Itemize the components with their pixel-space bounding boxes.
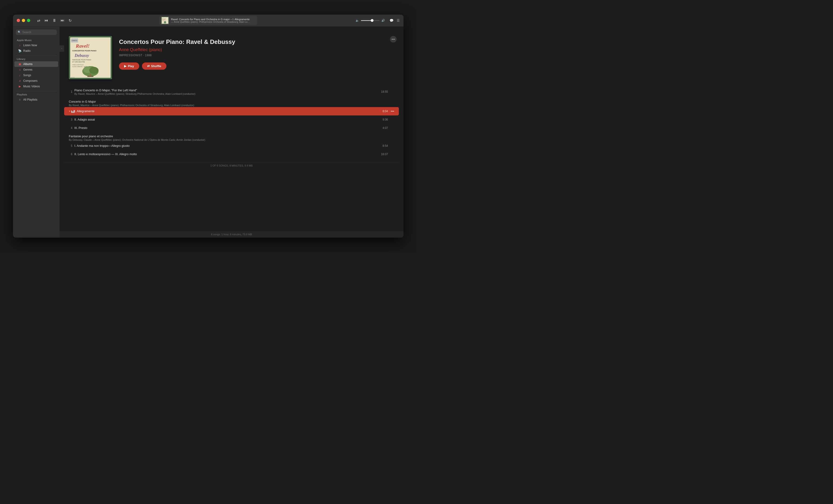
shuffle-button[interactable]: ⇄ Shuffle xyxy=(142,62,166,70)
track-info: II. Lento e moltoespressivo — III. Alleg… xyxy=(74,152,377,156)
track-title: Piano Concerto in D Major, "For the Left… xyxy=(74,89,377,92)
shuffle-icon: ⇄ xyxy=(147,64,150,68)
volume-fill xyxy=(361,20,372,21)
sidebar-item-albums[interactable]: ▣ Albums xyxy=(15,61,58,67)
track-item-andante[interactable]: 5 I. Andante ma non troppo—Allegro giust… xyxy=(64,142,399,150)
track-item-allegramente[interactable]: ♥ I. Allegramente 8:04 xyxy=(64,107,399,116)
equalizer-icon xyxy=(71,110,74,113)
search-input[interactable] xyxy=(22,31,55,34)
album-header: CRATO Ravel! CONCERTOS POUR PIANO Debuss… xyxy=(60,27,404,86)
track-info: I. Allegramente xyxy=(74,109,379,113)
svg-text:CRATO: CRATO xyxy=(72,40,77,41)
composers-icon: ♬ xyxy=(18,79,21,82)
svg-rect-20 xyxy=(87,76,93,77)
fantaisie-header: Fantaisie pour piano et orchestre By Deb… xyxy=(64,132,399,142)
track-title: II. Lento e moltoespressivo — III. Alleg… xyxy=(74,152,377,156)
sidebar-divider-1 xyxy=(16,55,57,56)
sidebar-item-songs-label: Songs xyxy=(23,74,31,77)
concerto-g-artist: By Ravel, Maurice – Anne Queffélec (pian… xyxy=(69,104,394,107)
track-duration: 16:07 xyxy=(381,153,388,156)
svg-point-4 xyxy=(164,21,166,23)
transport-controls: ⇄ ⏮ ⏸ ⏭ ↻ xyxy=(37,18,72,23)
album-info: Concertos Pour Piano: Ravel & Debussy An… xyxy=(119,36,394,70)
track-item[interactable]: 1 Piano Concerto in D Major, "For the Le… xyxy=(64,86,399,98)
track-group-3: Fantaisie pour piano et orchestre By Deb… xyxy=(64,132,399,158)
track-more-button[interactable]: ••• xyxy=(391,109,394,113)
queue-button[interactable]: ☰ xyxy=(397,19,400,22)
track-title: II. Adagio assai xyxy=(74,118,379,121)
album-actions: ▶ Play ⇄ Shuffle xyxy=(119,62,394,70)
track-playing-indicator: ♥ xyxy=(69,110,74,113)
shuffle-button[interactable]: ⇄ xyxy=(37,18,40,23)
next-button[interactable]: ⏭ xyxy=(61,18,64,23)
sidebar-item-listen-now-label: Listen Now xyxy=(23,44,37,47)
search-box[interactable]: 🔍 xyxy=(16,29,57,35)
sidebar-item-albums-label: Albums xyxy=(23,62,32,66)
track-info: Piano Concerto in D Major, "For the Left… xyxy=(74,89,377,95)
pause-button[interactable]: ⏸ xyxy=(52,18,56,23)
sidebar-item-all-playlists[interactable]: ≡ All Playlists xyxy=(15,97,58,102)
titlebar: ⇄ ⏮ ⏸ ⏭ ↻ Ravel! Debussy Ravel: Conc xyxy=(13,15,404,27)
svg-text:FANTAISIE POUR PIANO: FANTAISIE POUR PIANO xyxy=(72,59,91,60)
track-artist: By Ravel, Maurice – Anne Queffélec (pian… xyxy=(74,93,377,95)
sidebar: 🔍 Apple Music ♪ Listen Now 📡 Radio Libra… xyxy=(13,27,60,237)
track-item-adagio[interactable]: 3 II. Adagio assai 9:36 ••• xyxy=(64,116,399,124)
svg-text:Ravel!: Ravel! xyxy=(75,43,90,49)
track-duration: 9:36 xyxy=(383,118,388,121)
radio-icon: 📡 xyxy=(18,49,21,52)
sidebar-item-radio[interactable]: 📡 Radio xyxy=(15,48,58,54)
album-artist[interactable]: Anne Queffélec (piano) xyxy=(119,47,394,52)
volume-knob[interactable] xyxy=(371,19,374,22)
sidebar-item-music-videos[interactable]: ▶ Music Videos xyxy=(15,84,58,89)
track-number: 1 xyxy=(69,90,74,93)
app-window: ⇄ ⏮ ⏸ ⏭ ↻ Ravel! Debussy Ravel: Conc xyxy=(13,15,404,237)
traffic-lights xyxy=(17,19,30,22)
track-group-2: Concerto in G Major By Ravel, Maurice – … xyxy=(64,98,399,132)
track-number: 4 xyxy=(69,126,74,130)
fantaisie-title: Fantaisie pour piano et orchestre xyxy=(69,134,394,138)
maximize-button[interactable] xyxy=(27,19,30,22)
lyrics-button[interactable]: 💬 xyxy=(389,19,394,22)
sidebar-item-listen-now[interactable]: ♪ Listen Now xyxy=(15,43,58,48)
concerto-g-title: Concerto in G Major xyxy=(69,100,394,103)
bottom-status-bar: 6 songs, 1 hour, 6 minutes, 79.8 MB xyxy=(60,231,404,237)
track-group-1: 1 Piano Concerto in D Major, "For the Le… xyxy=(64,86,399,98)
prev-button[interactable]: ⏮ xyxy=(44,18,48,23)
album-art-mini-icon: Ravel! Debussy xyxy=(161,17,169,24)
sidebar-item-all-playlists-label: All Playlists xyxy=(23,98,38,101)
track-list: 1 Piano Concerto in D Major, "For the Le… xyxy=(60,86,404,169)
track-info: I. Andante ma non troppo—Allegro giusto xyxy=(74,144,379,148)
svg-text:ET ORCHESTRE: ET ORCHESTRE xyxy=(72,61,85,63)
sidebar-item-music-videos-label: Music Videos xyxy=(23,85,40,88)
svg-text:Ravel!: Ravel! xyxy=(162,18,166,20)
concerto-g-header: Concerto in G Major By Ravel, Maurice – … xyxy=(64,98,399,107)
volume-high-icon: 🔊 xyxy=(381,19,385,22)
more-options-button[interactable]: ••• xyxy=(390,36,397,43)
track-number: 6 xyxy=(69,153,74,156)
minimize-button[interactable] xyxy=(22,19,25,22)
footer-status-text: 6 songs, 1 hour, 6 minutes, 79.8 MB xyxy=(211,233,252,236)
volume-slider[interactable] xyxy=(361,20,380,21)
album-art: CRATO Ravel! CONCERTOS POUR PIANO Debuss… xyxy=(69,36,112,79)
collapse-sidebar-button[interactable]: ‹ xyxy=(60,45,64,52)
volume-low-icon: 🔈 xyxy=(356,19,359,22)
track-item-presto[interactable]: 4 III. Presto 4:07 ••• xyxy=(64,124,399,132)
all-playlists-icon: ≡ xyxy=(18,98,21,101)
sidebar-item-genres-label: Genres xyxy=(23,68,32,71)
play-button[interactable]: ▶ Play xyxy=(119,62,139,70)
genres-icon: ♫ xyxy=(18,68,21,71)
repeat-button[interactable]: ↻ xyxy=(69,18,72,23)
sidebar-item-composers[interactable]: ♬ Composers xyxy=(15,78,58,84)
svg-text:Debussy: Debussy xyxy=(162,20,166,21)
sidebar-item-genres[interactable]: ♫ Genres xyxy=(15,67,58,73)
sidebar-item-songs[interactable]: ♩ Songs xyxy=(15,73,58,78)
titlebar-right: 💬 ☰ xyxy=(389,19,400,22)
album-art-image: CRATO Ravel! CONCERTOS POUR PIANO Debuss… xyxy=(69,36,112,79)
library-label: Library xyxy=(13,58,60,60)
music-videos-icon: ▶ xyxy=(18,85,21,88)
track-duration: 8:54 xyxy=(383,144,388,148)
svg-text:55:41: 55:41 xyxy=(71,77,75,78)
close-button[interactable] xyxy=(17,19,20,22)
track-item-lento[interactable]: 6 II. Lento e moltoespressivo — III. All… xyxy=(64,150,399,158)
songs-icon: ♩ xyxy=(18,74,21,77)
